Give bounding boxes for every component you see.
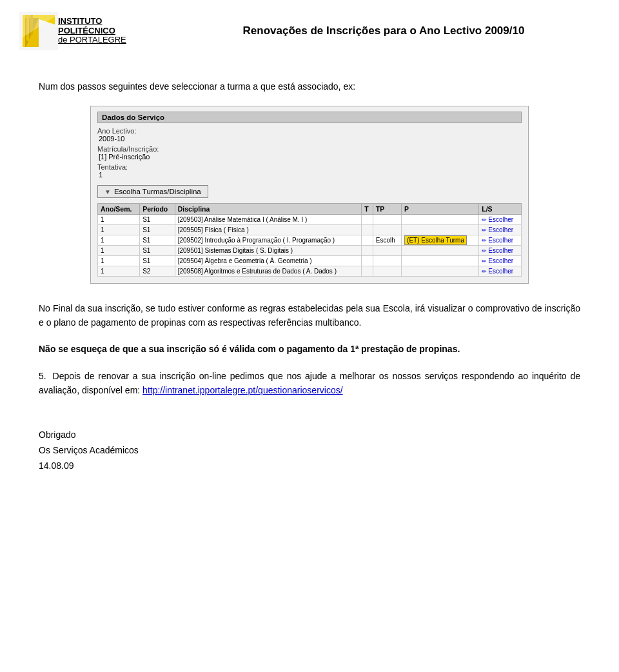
- table-row: 1S1[209502] Introdução à Programação ( I…: [98, 235, 522, 246]
- col-header-tp: TP: [373, 204, 401, 215]
- field3-label: Tentativa:: [97, 163, 522, 171]
- servicos-text: Os Serviços Académicos: [39, 445, 580, 455]
- logo-text: INSTITUTO POLITÉCNICO de PORTALEGRE: [58, 17, 126, 46]
- arrow-down-icon: ▼: [104, 188, 111, 195]
- page-title: Renovações de Inscrições para o Ano Lect…: [161, 25, 593, 37]
- col-header-p: P: [402, 204, 479, 215]
- header: INSTITUTO POLITÉCNICO de PORTALEGRE Reno…: [0, 0, 619, 62]
- choose-turmas-button[interactable]: ▼ Escolha Turmas/Disciplina: [97, 185, 208, 198]
- table-row: 1S1[209503] Análise Matemática I ( Análi…: [98, 215, 522, 225]
- turmas-table: Ano/Sem. Período Disciplina T TP P L/S 1…: [97, 203, 522, 277]
- pencil-icon: ✏: [482, 237, 487, 244]
- col-header-ls: L/S: [479, 204, 522, 215]
- table-row: 1S1[209505] Física ( Física )✏ Escolher: [98, 225, 522, 235]
- paragraph1: No Final da sua inscrição, se tudo estiv…: [39, 302, 580, 330]
- date-text: 14.08.09: [39, 460, 580, 471]
- survey-link[interactable]: http://intranet.ipportalegre.pt/question…: [142, 385, 343, 395]
- main-content: Num dos passos seguintes deve selecciona…: [0, 62, 619, 490]
- escolher-link[interactable]: ✏ Escolher: [482, 268, 518, 275]
- field2-value: [1] Pré-inscrição: [99, 153, 522, 161]
- choose-btn-container[interactable]: ▼ Escolha Turmas/Disciplina: [97, 185, 522, 198]
- paragraph3: 5. Depois de renovar a sua inscrição on-…: [39, 370, 580, 397]
- escolher-link[interactable]: ✏ Escolher: [482, 216, 518, 223]
- pencil-icon: ✏: [482, 268, 487, 275]
- logo-line3: de PORTALEGRE: [58, 35, 126, 45]
- logo-area: INSTITUTO POLITÉCNICO de PORTALEGRE: [19, 12, 161, 50]
- obrigado-text: Obrigado: [39, 430, 580, 440]
- col-header-periodo: Período: [140, 204, 175, 215]
- logo-line2: POLITÉCNICO: [58, 26, 126, 36]
- col-header-t: T: [362, 204, 373, 215]
- logo-line1: INSTITUTO: [58, 17, 126, 26]
- highlight-turma: (ET) Escolha Turma: [404, 235, 467, 245]
- pencil-icon: ✏: [482, 248, 487, 254]
- intro-text: Num dos passos seguintes deve selecciona…: [39, 81, 580, 92]
- table-row: 1S1[209501] Sistemas Digitais ( S. Digit…: [98, 246, 522, 256]
- pencil-icon: ✏: [482, 258, 487, 264]
- paragraph2-text: Não se esqueça de que a sua inscrição só…: [39, 344, 460, 354]
- escolher-link[interactable]: ✏ Escolher: [482, 237, 518, 244]
- logo-icon: [19, 12, 58, 50]
- table-row: 1S1[209504] Álgebra e Geometria ( Á. Geo…: [98, 256, 522, 266]
- pencil-icon: ✏: [482, 227, 487, 233]
- paragraph2: Não se esqueça de que a sua inscrição só…: [39, 342, 580, 357]
- table-row: 1S2[209508] Algoritmos e Estruturas de D…: [98, 266, 522, 277]
- field1-value: 2009-10: [99, 135, 522, 143]
- pencil-icon: ✏: [482, 217, 487, 223]
- field1-label: Ano Lectivo:: [97, 127, 522, 135]
- service-box-title: Dados do Serviço: [97, 112, 522, 123]
- choose-btn-label: Escolha Turmas/Disciplina: [114, 188, 201, 195]
- col-header-disciplina: Disciplina: [175, 204, 362, 215]
- field2-label: Matrícula/Inscrição:: [97, 145, 522, 153]
- paragraph3-number: 5.: [39, 371, 46, 381]
- field3-value: 1: [99, 171, 522, 179]
- col-header-ano: Ano/Sem.: [98, 204, 140, 215]
- escolher-link[interactable]: ✏ Escolher: [482, 257, 518, 264]
- service-box: Dados do Serviço Ano Lectivo: 2009-10 Ma…: [90, 106, 529, 284]
- escolher-link[interactable]: ✏ Escolher: [482, 247, 518, 254]
- escolher-link[interactable]: ✏ Escolher: [482, 226, 518, 233]
